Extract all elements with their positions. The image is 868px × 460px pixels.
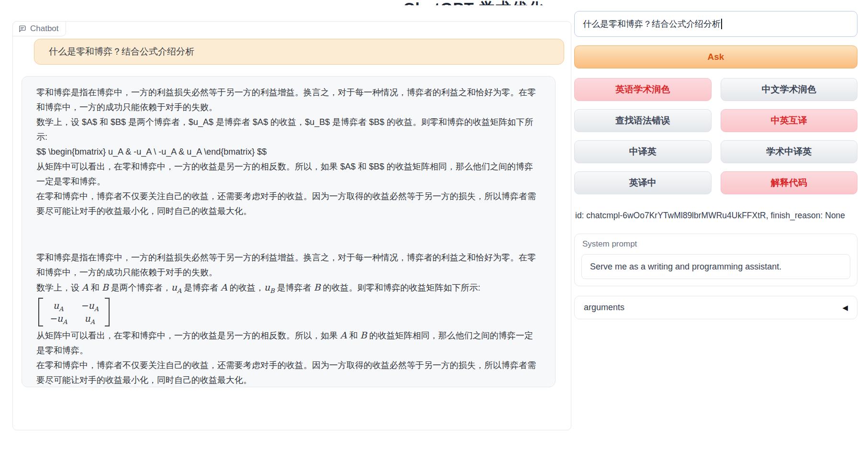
clipped-page-title: ChatGPT 学术优化 bbox=[397, 0, 550, 5]
user-message-bubble: 什么是零和博弈？结合公式介绍分析 bbox=[34, 39, 564, 65]
btn-en-to-zh[interactable]: 英译中 bbox=[574, 171, 712, 194]
math-variable: A bbox=[221, 282, 227, 292]
matrix-cell: uA bbox=[81, 312, 99, 325]
btn-explain-code[interactable]: 解释代码 bbox=[721, 171, 858, 194]
btn-find-grammar-errors[interactable]: 查找语法错误 bbox=[574, 109, 712, 132]
bot-rendered-paragraph: 在零和博弈中，博弈者不仅要关注自己的收益，还需要考虑对手的收益。因为一方取得的收… bbox=[36, 358, 541, 388]
bot-rendered-paragraph: 零和博弈是指在博弈中，一方的利益损失必然等于另一方的利益增益。换言之，对于每一种… bbox=[36, 250, 541, 280]
bot-raw-paragraph: 零和博弈是指在博弈中，一方的利益损失必然等于另一方的利益增益。换言之，对于每一种… bbox=[36, 85, 541, 115]
bot-raw-paragraph: 从矩阵中可以看出，在零和博弈中，一方的收益是另一方的相反数。所以，如果 $A$ … bbox=[36, 159, 541, 189]
math-variable: B bbox=[360, 330, 367, 340]
btn-academic-zh-to-en[interactable]: 学术中译英 bbox=[721, 140, 858, 163]
bot-message-rendered-block: 零和博弈是指在博弈中，一方的利益损失必然等于另一方的利益增益。换言之，对于每一种… bbox=[36, 250, 541, 388]
math-variable: A bbox=[82, 282, 89, 292]
math-variable: uA bbox=[171, 282, 182, 292]
math-variable: B bbox=[102, 282, 109, 292]
matrix-left-bracket bbox=[38, 298, 43, 326]
matrix-cells: uA−uA−uAuA bbox=[43, 298, 105, 326]
system-prompt-value: Serve me as a writing and programming as… bbox=[590, 262, 781, 272]
math-variable: uA bbox=[84, 313, 95, 324]
text-caret bbox=[721, 19, 722, 29]
function-button-grid: 英语学术润色中文学术润色查找语法错误中英互译中译英学术中译英英译中解释代码 bbox=[574, 78, 857, 194]
system-prompt-panel: System prompt Serve me as a writing and … bbox=[574, 234, 857, 286]
bot-raw-paragraph: 在零和博弈中，博弈者不仅要关注自己的收益，还需要考虑对手的收益。因为一方取得的收… bbox=[36, 189, 541, 219]
chatbot-label-text: Chatbot bbox=[30, 24, 59, 34]
math-variable: B bbox=[314, 282, 321, 292]
controls-column: 什么是零和博弈？结合公式介绍分析 Ask 英语学术润色中文学术润色查找语法错误中… bbox=[574, 0, 857, 460]
math-variable: −uA bbox=[81, 300, 99, 311]
math-variable: A bbox=[340, 330, 347, 340]
btn-zh-en-mutual-translation[interactable]: 中英互译 bbox=[721, 109, 858, 132]
math-variable: uA bbox=[53, 300, 64, 311]
system-prompt-input[interactable]: Serve me as a writing and programming as… bbox=[581, 254, 850, 279]
arguments-accordion-label: arguments bbox=[584, 303, 624, 313]
math-variable: −uA bbox=[49, 313, 67, 324]
completion-status-text: id: chatcmpl-6wOo7KrYTwMl89lbrMWRu4UkFFX… bbox=[575, 211, 845, 221]
collapse-arrow-icon: ◀ bbox=[842, 303, 848, 312]
chatbot-label: Chatbot bbox=[12, 21, 66, 36]
matrix-cell: −uA bbox=[49, 312, 67, 325]
chat-bubble-icon bbox=[18, 25, 26, 33]
system-prompt-label: System prompt bbox=[582, 239, 857, 249]
paragraph-gap bbox=[36, 219, 541, 250]
matrix-cell: −uA bbox=[81, 299, 99, 312]
bot-rendered-paragraph: 数学上，设 A 和 B 是两个博弈者，uA 是博弈者 A 的收益，uB 是博弈者… bbox=[36, 280, 541, 295]
bot-rendered-paragraph: 从矩阵中可以看出，在零和博弈中，一方的收益是另一方的相反数。所以，如果 A 和 … bbox=[36, 328, 541, 358]
user-message-text: 什么是零和博弈？结合公式介绍分析 bbox=[49, 45, 194, 58]
payoff-matrix: uA−uA−uAuA bbox=[38, 298, 110, 326]
math-variable: uB bbox=[264, 282, 275, 292]
question-input-value: 什么是零和博弈？结合公式介绍分析 bbox=[583, 18, 721, 30]
matrix-cell: uA bbox=[49, 299, 67, 312]
arguments-accordion-header[interactable]: arguments ◀ bbox=[574, 296, 857, 319]
btn-zh-to-en[interactable]: 中译英 bbox=[574, 140, 712, 163]
question-input[interactable]: 什么是零和博弈？结合公式介绍分析 bbox=[574, 11, 857, 37]
btn-english-academic-polish[interactable]: 英语学术润色 bbox=[574, 78, 712, 101]
bot-message-raw-block: 零和博弈是指在博弈中，一方的利益损失必然等于另一方的利益增益。换言之，对于每一种… bbox=[36, 85, 541, 219]
chatbot-panel: Chatbot 什么是零和博弈？结合公式介绍分析 零和博弈是指在博弈中，一方的利… bbox=[12, 21, 571, 430]
bot-raw-paragraph: $$ \begin{bmatrix} u_A & -u_A \ -u_A & u… bbox=[36, 145, 541, 159]
matrix-right-bracket bbox=[105, 298, 110, 326]
bot-message-bubble: 零和博弈是指在博弈中，一方的利益损失必然等于另一方的利益增益。换言之，对于每一种… bbox=[22, 76, 556, 387]
bot-raw-paragraph: 数学上，设 $A$ 和 $B$ 是两个博弈者，$u_A$ 是博弈者 $A$ 的收… bbox=[36, 115, 541, 145]
ask-button[interactable]: Ask bbox=[574, 45, 857, 68]
btn-chinese-academic-polish[interactable]: 中文学术润色 bbox=[721, 78, 858, 101]
